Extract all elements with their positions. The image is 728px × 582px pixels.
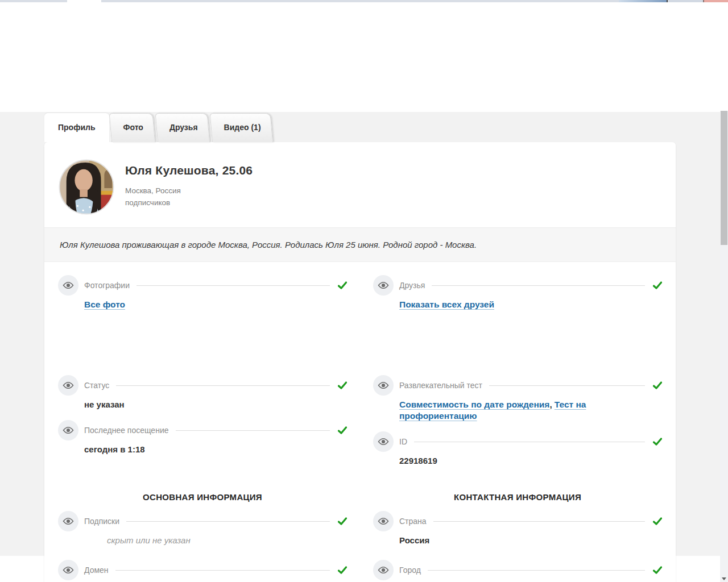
info-row: Домен: [58, 560, 347, 580]
row-label: Последнее посещение: [84, 426, 169, 435]
section-title-main: ОСНОВНАЯ ИНФОРМАЦИЯ: [58, 492, 347, 502]
check-icon: [338, 517, 347, 525]
row-label: Город: [399, 566, 421, 575]
divider-line: [432, 285, 645, 286]
profile-head-text: Юля Кулешова, 25.06 Москва, Россия подпи…: [125, 159, 253, 215]
divider-line: [414, 442, 645, 442]
info-row: Фотографии: [58, 275, 347, 296]
info-grid: Фотографии Все фото Статус: [44, 262, 676, 580]
check-icon: [653, 438, 662, 446]
row-label: Домен: [84, 566, 109, 575]
info-block-city: Город: [373, 560, 662, 580]
tests-links: Совместимость по дате рождения, Тест на …: [399, 399, 662, 422]
info-block-tests: Развлекательный тест Совместимость по да…: [373, 375, 662, 422]
row-label: Фотографии: [84, 281, 130, 290]
profile-tabs: Профиль Фото Друзья Видео (1): [44, 113, 273, 142]
divider-line: [115, 570, 330, 571]
check-icon: [653, 517, 662, 525]
show-all-friends-link[interactable]: Показать всех друзей: [399, 300, 494, 309]
info-column-right: Друзья Показать всех друзей Развлекатель…: [373, 275, 662, 467]
eye-icon: [373, 431, 394, 452]
check-icon: [653, 381, 662, 389]
eye-icon: [58, 511, 78, 531]
row-label: Развлекательный тест: [399, 381, 482, 390]
check-icon: [338, 566, 347, 574]
profile-location-followers: Москва, Россия подписчиков: [125, 185, 253, 209]
scrollbar-track[interactable]: [720, 111, 728, 582]
status-value: не указан: [84, 399, 347, 410]
profile-card: Юля Кулешова, 25.06 Москва, Россия подпи…: [44, 142, 676, 582]
divider-line: [489, 385, 645, 386]
country-value: Россия: [399, 535, 662, 546]
tab-friends[interactable]: Друзья: [158, 113, 210, 142]
eye-icon: [58, 375, 78, 396]
info-row: Последнее посещение: [58, 420, 347, 440]
section-contact-info: КОНТАКТНАЯ ИНФОРМАЦИЯ Страна Россия: [373, 467, 662, 580]
strip-segment: [619, 0, 667, 2]
eye-icon: [373, 275, 394, 296]
info-row: Развлекательный тест: [373, 375, 662, 396]
info-column-left: Фотографии Все фото Статус: [58, 275, 347, 467]
row-label: Статус: [84, 381, 109, 390]
divider-line: [126, 521, 330, 522]
info-row: Статус: [58, 375, 347, 396]
divider-line: [433, 521, 645, 522]
info-row: Город: [373, 560, 662, 580]
row-label: ID: [399, 437, 407, 446]
section-title-contact: КОНТАКТНАЯ ИНФОРМАЦИЯ: [373, 492, 662, 502]
divider-line: [428, 570, 645, 571]
tab-videos[interactable]: Видео (1): [212, 113, 273, 142]
row-label: Подписки: [84, 517, 119, 526]
profile-location: Москва, Россия: [125, 185, 253, 197]
check-icon: [653, 281, 662, 289]
profile-followers: подписчиков: [125, 197, 253, 209]
info-block-friends: Друзья Показать всех друзей: [373, 275, 662, 310]
profile-avatar[interactable]: [59, 159, 114, 215]
profile-summary: Юля Кулешова проживающая в городе Москва…: [44, 227, 676, 262]
strip-segment: [704, 0, 728, 2]
section-main-info: ОСНОВНАЯ ИНФОРМАЦИЯ Подписки скрыт или н…: [58, 467, 347, 580]
eye-icon: [373, 511, 394, 531]
tab-profile[interactable]: Профиль: [44, 113, 109, 142]
link-separator: ,: [549, 400, 552, 409]
info-row: Друзья: [373, 275, 662, 296]
info-row: Подписки: [58, 511, 347, 531]
divider-line: [176, 430, 330, 431]
all-photos-link[interactable]: Все фото: [84, 300, 125, 309]
check-icon: [653, 566, 662, 574]
check-icon: [338, 281, 347, 289]
divider-line: [136, 285, 330, 286]
scrollbar-thumb[interactable]: [721, 111, 727, 245]
check-icon: [338, 381, 347, 389]
strip-segment: [101, 0, 619, 2]
eye-icon: [58, 420, 78, 440]
check-icon: [338, 426, 347, 434]
info-block-country: Страна Россия: [373, 511, 662, 546]
profile-header: Юля Кулешова, 25.06 Москва, Россия подпи…: [44, 142, 676, 227]
profile-name: Юля Кулешова, 25.06: [125, 164, 253, 177]
strip-segment: [668, 0, 703, 2]
strip-segment: [0, 0, 67, 2]
info-block-photos: Фотографии Все фото: [58, 275, 347, 310]
birthdate-compatibility-link[interactable]: Совместимость по дате рождения: [399, 400, 549, 409]
scrollbar-down-arrow-icon[interactable]: [722, 577, 726, 580]
info-row: Страна: [373, 511, 662, 531]
info-block-domain: Домен: [58, 560, 347, 580]
info-block-last-seen: Последнее посещение сегодня в 1:18: [58, 420, 347, 455]
divider-line: [116, 385, 330, 386]
row-label: Друзья: [399, 281, 425, 290]
info-row: ID: [373, 431, 662, 452]
eye-icon: [58, 560, 78, 580]
info-block-status: Статус не указан: [58, 375, 347, 410]
eye-icon: [58, 275, 78, 296]
row-label: Страна: [399, 517, 427, 526]
tab-photos[interactable]: Фото: [111, 113, 155, 142]
info-block-subscriptions: Подписки скрыт или не указан: [58, 511, 347, 546]
last-seen-value: сегодня в 1:18: [84, 444, 347, 455]
eye-icon: [373, 560, 394, 580]
eye-icon: [373, 375, 394, 396]
subscriptions-value: скрыт или не указан: [107, 535, 347, 546]
id-value: 22918619: [399, 455, 662, 467]
browser-top-strip: [0, 0, 728, 2]
info-block-id: ID 22918619: [373, 431, 662, 467]
